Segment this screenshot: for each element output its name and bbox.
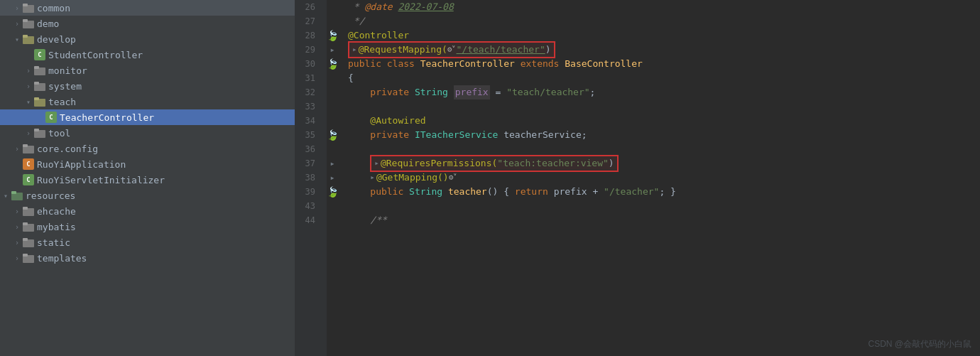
ln-43: 43 [295, 199, 321, 213]
code-38-getmapping: @GetMapping() [376, 171, 449, 185]
tree-label-monitor: monitor [48, 65, 87, 76]
highlight-requires-perm: ▸ @RequiresPermissions("teach:teacher:vi… [370, 155, 618, 172]
class-icon-ruoyi-app: C [23, 158, 34, 170]
code-32-private: private [370, 85, 409, 99]
code-32-sp1 [409, 85, 415, 99]
tree-label-tool: tool [48, 128, 70, 139]
tree-label-core-config: core.config [37, 144, 98, 154]
code-37-paren: ) [609, 156, 614, 171]
code-39-public: public [370, 185, 403, 199]
code-35-sp1 [409, 128, 415, 142]
gutter-38: ▸ [327, 171, 338, 185]
code-27-comment: */ [348, 14, 364, 28]
code-line-39: public String teacher () { return prefix… [348, 185, 980, 199]
tree-item-common[interactable]: common [0, 0, 295, 16]
gutter-35: 🍃 [327, 128, 338, 142]
tree-item-monitor[interactable]: monitor [0, 63, 295, 78]
tree-item-demo[interactable]: demo [0, 16, 295, 31]
code-39-indent [348, 185, 370, 199]
code-30-public: public [348, 57, 381, 71]
code-37-requires: @RequiresPermissions( [381, 156, 497, 171]
tree-item-core-config[interactable]: core.config [0, 141, 295, 156]
code-line-33 [348, 99, 980, 114]
code-39-string-type: String [409, 185, 442, 199]
line-numbers: 26 27 28 29 30 31 32 33 34 35 36 37 38 3… [295, 0, 327, 356]
ln-28: 28 [295, 28, 321, 43]
code-37-perm-string: "teach:teacher:view" [497, 156, 609, 171]
folder-icon-common [23, 3, 34, 13]
folder-icon-static [23, 237, 34, 247]
arrow-core-config [11, 145, 23, 153]
folder-icon-develop [23, 34, 34, 44]
tree-item-develop[interactable]: develop [0, 31, 295, 47]
tree-label-mybatis: mybatis [37, 222, 76, 232]
code-32-eq: = [490, 85, 506, 99]
code-29-paren: ) [545, 43, 551, 57]
tree-item-teach[interactable]: teach [0, 94, 295, 109]
gutter-31 [327, 71, 338, 85]
code-44-indent [348, 213, 370, 227]
code-30-classname: TeacherController [420, 57, 515, 71]
tree-item-resources[interactable]: resources [0, 188, 295, 203]
class-icon-ruoyi-servlet: C [23, 174, 34, 185]
svg-rect-13 [34, 129, 39, 131]
code-30-base: BaseController [565, 57, 643, 71]
folder-icon-ehcache [23, 206, 34, 216]
code-line-30: public class TeacherController extends B… [348, 57, 980, 71]
tree-item-templates[interactable]: templates [0, 250, 295, 266]
folder-icon-monitor [34, 65, 45, 75]
fold-icon-37: ▸ [374, 156, 379, 171]
tree-item-ruoyi-app[interactable]: C RuoYiApplication [0, 156, 295, 172]
arrow-system [23, 82, 34, 90]
fold-icon-38: ▸ [370, 171, 375, 185]
gutter-37: ▸ [327, 156, 338, 171]
code-32-value: "teach/teacher" [506, 85, 589, 99]
ln-36: 36 [295, 142, 321, 156]
tree-item-static[interactable]: static [0, 234, 295, 250]
gutter-29: ▸ [327, 43, 338, 57]
ln-33: 33 [295, 99, 321, 114]
ln-35: 35 [295, 128, 321, 142]
tree-item-system[interactable]: system [0, 78, 295, 94]
code-39-sp2 [442, 185, 448, 199]
tree-item-ruoyi-servlet[interactable]: C RuoYiServletInitializer [0, 172, 295, 188]
gutter-28: 🍃 [327, 28, 338, 43]
code-30-space2 [415, 57, 420, 71]
code-35-semi: ; [582, 128, 587, 142]
code-line-34: @Autowired [348, 114, 980, 128]
code-29-gear: ⚙ [447, 43, 452, 57]
ln-26: 26 [295, 0, 321, 14]
code-32-indent [348, 85, 370, 99]
tree-label-student: StudentController [48, 50, 143, 60]
code-26-comment: * @date 2022-07-08 [348, 0, 454, 14]
tree-item-teacher-controller[interactable]: C TeacherController [0, 109, 295, 125]
code-39-sp1 [403, 185, 409, 199]
gutter-34 [327, 114, 338, 128]
code-editor: 26 27 28 29 30 31 32 33 34 35 36 37 38 3… [295, 0, 980, 356]
code-38-gear: ⚙ [449, 171, 454, 185]
folder-icon-templates [23, 253, 34, 263]
arrow-ehcache [11, 207, 23, 215]
tree-item-ehcache[interactable]: ehcache [0, 203, 295, 219]
arrow-resources [0, 192, 11, 200]
folder-icon-resources [11, 190, 23, 200]
folder-icon-mybatis [23, 222, 34, 232]
ln-44: 44 [295, 213, 321, 227]
class-icon-student: C [34, 49, 45, 60]
tree-label-ehcache: ehcache [37, 206, 76, 217]
folder-icon-system [34, 81, 45, 91]
folder-icon-demo [23, 18, 34, 28]
code-35-private: private [370, 128, 409, 142]
code-29-annotation: @RequestMapping( [359, 43, 447, 57]
folder-icon-tool [34, 128, 45, 138]
code-lines: * @date 2022-07-08 */ @Controller ▸ @Req… [342, 0, 980, 356]
tree-item-mybatis[interactable]: mybatis [0, 219, 295, 234]
ln-32: 32 [295, 85, 321, 99]
code-32-semi: ; [590, 85, 596, 99]
tree-item-tool[interactable]: tool [0, 125, 295, 141]
code-line-32: private String prefix = "teach/teacher" … [348, 85, 980, 99]
ln-30: 30 [295, 57, 321, 71]
svg-rect-3 [23, 19, 28, 22]
svg-rect-23 [23, 238, 28, 241]
tree-item-student-controller[interactable]: C StudentController [0, 47, 295, 63]
